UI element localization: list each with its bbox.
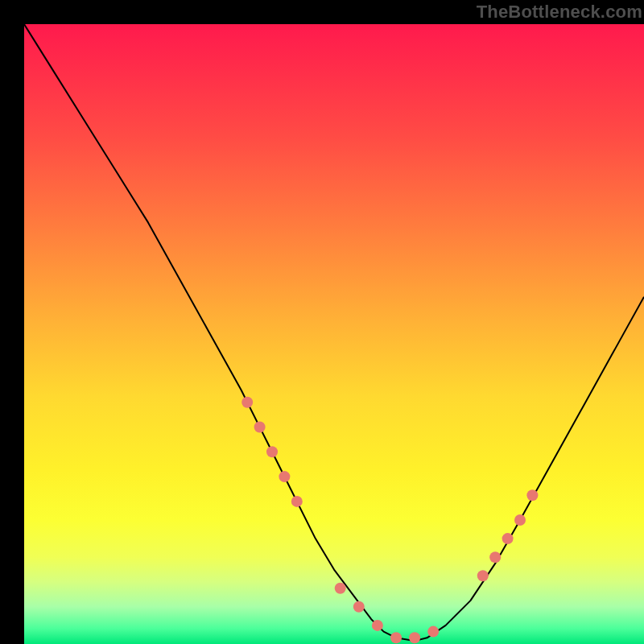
marker-dot — [489, 551, 501, 563]
marker-dot — [502, 533, 514, 544]
chart-svg — [24, 24, 644, 644]
marker-dot — [242, 397, 253, 408]
sample-markers — [242, 397, 538, 644]
marker-dot — [372, 620, 383, 631]
marker-dot — [427, 626, 439, 638]
marker-dot — [514, 514, 526, 526]
marker-dot — [279, 471, 290, 482]
marker-dot — [390, 632, 402, 643]
watermark-text: TheBottleneck.com — [477, 2, 642, 23]
marker-dot — [353, 601, 365, 613]
marker-dot — [254, 422, 266, 433]
plot-area — [24, 24, 644, 644]
marker-dot — [291, 496, 303, 507]
marker-dot — [526, 489, 538, 501]
marker-dot — [335, 583, 346, 594]
chart-frame — [12, 12, 632, 632]
curve-path — [24, 24, 644, 641]
bottleneck-curve — [24, 24, 644, 641]
marker-dot — [266, 446, 278, 457]
marker-dot — [409, 632, 420, 643]
marker-dot — [477, 570, 489, 581]
